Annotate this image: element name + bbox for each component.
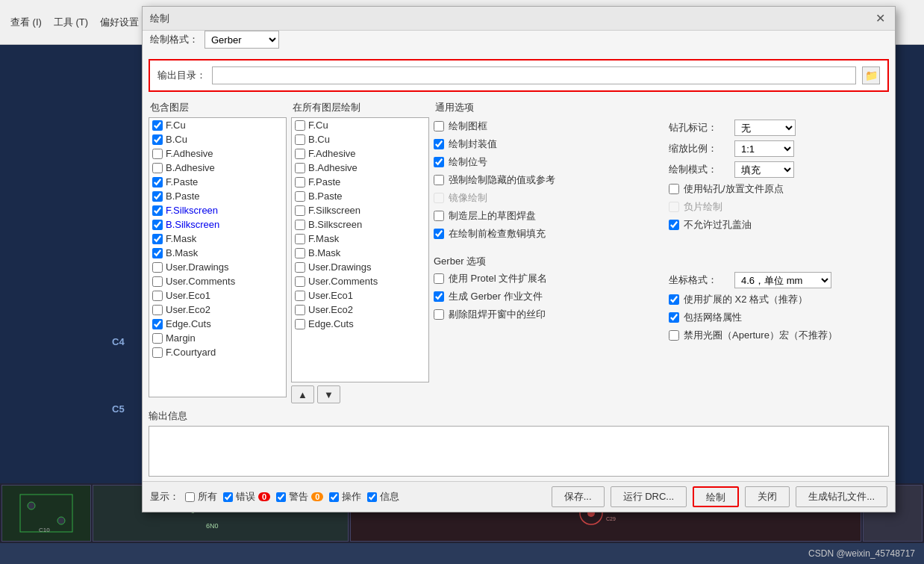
coord-format-label: 坐标格式：: [669, 273, 728, 287]
all-layer-usereco2[interactable]: User.Eco2: [292, 303, 428, 317]
option-draw-pad-value[interactable]: 绘制封装值: [434, 135, 654, 153]
option-generate-gerber[interactable]: 生成 Gerber 作业文件: [434, 288, 654, 306]
draw-button[interactable]: 绘制: [693, 486, 739, 507]
layer-item-fsilkscreen[interactable]: F.Silkscreen: [149, 203, 286, 217]
all-layer-fsilkscreen[interactable]: F.Silkscreen: [292, 203, 428, 217]
layer-item-fpaste[interactable]: F.Paste: [149, 175, 286, 189]
browse-button[interactable]: 📁: [862, 66, 880, 84]
layer-item-bsilkscreen[interactable]: B.Silkscreen: [149, 217, 286, 232]
all-layer-fcu[interactable]: F.Cu: [292, 118, 428, 132]
output-info: 输出信息: [149, 408, 889, 477]
option-draw-ref[interactable]: 绘制位号: [434, 153, 654, 171]
output-label: 输出目录：: [157, 69, 206, 82]
all-layer-usercomments[interactable]: User.Comments: [292, 274, 428, 288]
all-layer-bmask[interactable]: B.Mask: [292, 246, 428, 260]
all-layer-bpaste[interactable]: B.Paste: [292, 189, 428, 203]
error-badge: 0: [258, 492, 270, 501]
output-info-box: [149, 426, 889, 477]
dialog-title: 绘制: [150, 12, 169, 25]
option-force-hidden[interactable]: 强制绘制隐藏的值或参考: [434, 171, 654, 189]
all-layer-userdrawings[interactable]: User.Drawings: [292, 260, 428, 274]
option-check-fill[interactable]: 在绘制前检查敷铜填充: [434, 225, 654, 243]
layer-down-button[interactable]: ▼: [317, 385, 340, 403]
all-layer-bcu[interactable]: B.Cu: [292, 132, 428, 146]
scale-row: 缩放比例： 1:1 1:2 2:1: [669, 138, 889, 159]
options-title: 通用选项: [434, 98, 889, 117]
layer-item-edgecuts[interactable]: Edge.Cuts: [149, 317, 286, 331]
layer-item-bmask[interactable]: B.Mask: [149, 246, 286, 260]
folder-icon: 📁: [865, 69, 878, 81]
gerber-options-row: 使用 Protel 文件扩展名 生成 Gerber 作业文件 剔除阻焊开窗中的丝…: [434, 270, 889, 344]
option-draw-frame[interactable]: 绘制图框: [434, 117, 654, 135]
drill-mark-row: 钻孔标记： 无 小 实际大小: [669, 117, 889, 138]
layer-item-usercomments[interactable]: User.Comments: [149, 274, 286, 288]
dialog-content: 包含图层 F.Cu B.Cu F.Adhesive B.Adhesive F.P…: [143, 98, 895, 403]
all-layer-fmask[interactable]: F.Mask: [292, 232, 428, 246]
layers-list[interactable]: F.Cu B.Cu F.Adhesive B.Adhesive F.Paste …: [149, 117, 287, 397]
coord-format-row: 坐标格式： 4.6，单位 mm 4.5，单位 mm: [669, 270, 889, 291]
scale-label: 缩放比例：: [669, 142, 728, 155]
gerber-section-title: Gerber 选项: [434, 252, 889, 270]
format-row: 绘制格式： Gerber SVG DXF PDF: [143, 31, 895, 53]
option-use-drill-origin[interactable]: 使用钻孔/放置文件原点: [669, 180, 889, 198]
section-divider: [434, 246, 889, 252]
all-layers-panel: 在所有图层绘制 F.Cu B.Cu F.Adhesive B.Adhesive …: [291, 98, 429, 403]
draw-mode-row: 绘制模式： 填充 轮廓: [669, 159, 889, 180]
layer-item-fcourtyard[interactable]: F.Courtyard: [149, 345, 286, 359]
option-make-solder[interactable]: 制造层上的草图焊盘: [434, 207, 654, 225]
dialog-bottom: 显示： 所有 错误 0 警告 0 操作 信息: [143, 481, 895, 512]
option-use-x2[interactable]: 使用扩展的 X2 格式（推荐）: [669, 291, 889, 309]
display-info-item[interactable]: 信息: [367, 490, 399, 503]
run-drc-button[interactable]: 运行 DRC...: [611, 486, 687, 507]
draw-mode-label: 绘制模式：: [669, 163, 728, 176]
option-negative[interactable]: 负片绘制: [669, 198, 889, 216]
display-error-item[interactable]: 错误 0: [223, 490, 270, 503]
option-use-protel[interactable]: 使用 Protel 文件扩展名: [434, 270, 654, 288]
warning-badge: 0: [311, 492, 323, 501]
layer-item-usereco2[interactable]: User.Eco2: [149, 303, 286, 317]
layer-item-userdrawings[interactable]: User.Drawings: [149, 260, 286, 274]
draw-mode-select[interactable]: 填充 轮廓: [734, 161, 794, 178]
close-button[interactable]: 关闭: [745, 486, 790, 507]
all-layer-fpaste[interactable]: F.Paste: [292, 175, 428, 189]
all-layer-bsilkscreen[interactable]: B.Silkscreen: [292, 217, 428, 232]
layer-item-usereco1[interactable]: User.Eco1: [149, 288, 286, 303]
option-include-netattr[interactable]: 包括网络属性: [669, 309, 889, 326]
drill-mark-select[interactable]: 无 小 实际大小: [734, 120, 796, 136]
all-layer-usereco1[interactable]: User.Eco1: [292, 288, 428, 303]
all-layers-title: 在所有图层绘制: [291, 98, 429, 117]
options-left-col: 绘制图框 绘制封装值 绘制位号 强制绘制隐藏的值或参考: [434, 117, 654, 243]
all-layer-badhesive[interactable]: B.Adhesive: [292, 161, 428, 175]
all-layer-edgecuts[interactable]: Edge.Cuts: [292, 317, 428, 331]
all-layer-fadhesive[interactable]: F.Adhesive: [292, 146, 428, 161]
output-input[interactable]: [212, 66, 856, 84]
scale-select[interactable]: 1:1 1:2 2:1: [734, 140, 794, 157]
option-disable-aperture[interactable]: 禁用光圈（Aperture）宏（不推荐）: [669, 326, 889, 344]
option-remove-silk[interactable]: 剔除阻焊开窗中的丝印: [434, 306, 654, 323]
option-no-via-fill[interactable]: 不允许过孔盖油: [669, 216, 889, 234]
format-select[interactable]: Gerber SVG DXF PDF: [205, 31, 279, 49]
save-button[interactable]: 保存...: [552, 486, 605, 507]
dialog-titlebar: 绘制 ✕: [143, 7, 895, 31]
layer-item-fadhesive[interactable]: F.Adhesive: [149, 146, 286, 161]
layer-item-bcu[interactable]: B.Cu: [149, 132, 286, 146]
output-row: 输出目录： 📁: [149, 59, 889, 92]
option-mirror[interactable]: 镜像绘制: [434, 189, 654, 207]
layer-item-badhesive[interactable]: B.Adhesive: [149, 161, 286, 175]
layer-item-fmask[interactable]: F.Mask: [149, 232, 286, 246]
drill-mark-label: 钻孔标记：: [669, 121, 728, 134]
display-all-item[interactable]: 所有: [185, 490, 217, 503]
layer-arrows: ▲ ▼: [291, 385, 429, 403]
dialog-overlay: 绘制 ✕ 绘制格式： Gerber SVG DXF PDF 输出目录： 📁: [0, 0, 924, 564]
all-layers-list[interactable]: F.Cu B.Cu F.Adhesive B.Adhesive F.Paste …: [291, 117, 429, 382]
display-action-item[interactable]: 操作: [329, 490, 361, 503]
coord-format-select[interactable]: 4.6，单位 mm 4.5，单位 mm: [734, 272, 831, 288]
display-warning-item[interactable]: 警告 0: [276, 490, 323, 503]
layer-up-button[interactable]: ▲: [291, 385, 314, 403]
dialog-close-button[interactable]: ✕: [873, 11, 887, 26]
generate-drill-button[interactable]: 生成钻孔文件...: [796, 486, 887, 507]
layer-item-margin[interactable]: Margin: [149, 331, 286, 345]
layer-item-bpaste[interactable]: B.Paste: [149, 189, 286, 203]
dialog-window: 绘制 ✕ 绘制格式： Gerber SVG DXF PDF 输出目录： 📁: [142, 6, 896, 512]
layer-item-fcu[interactable]: F.Cu: [149, 118, 286, 132]
